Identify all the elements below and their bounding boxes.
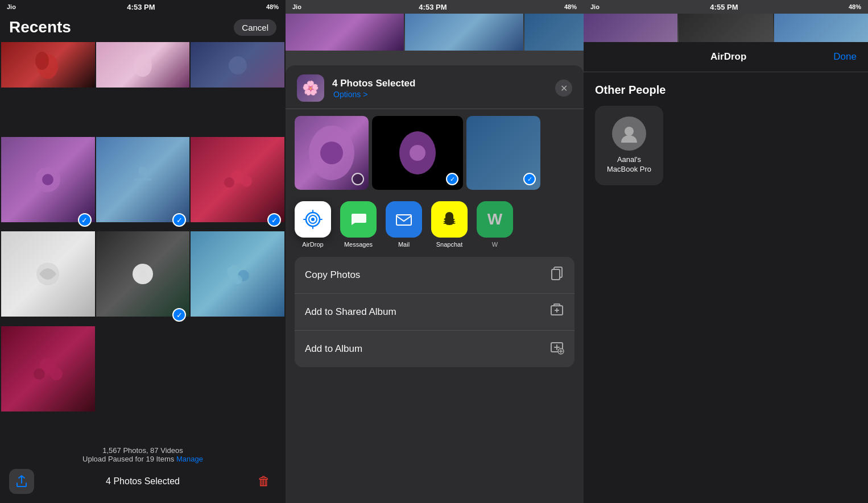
status-bar-2: Jio 4:53 PM 48% — [286, 0, 584, 14]
svg-point-23 — [410, 145, 425, 161]
photo-cell-2-1[interactable]: ✓ — [1, 137, 95, 231]
share-button[interactable] — [9, 469, 34, 494]
battery-3: 48% — [849, 3, 861, 10]
footer-bar: 4 Photos Selected 🗑 — [9, 469, 276, 494]
airdrop-title: AirDrop — [710, 51, 746, 63]
add-shared-album-icon — [549, 303, 564, 321]
manage-link[interactable]: Manage — [176, 455, 203, 463]
photo-cell-top-3[interactable] — [191, 42, 284, 136]
photo-cell-2-2[interactable]: ✓ — [96, 137, 190, 231]
carrier-3: Jio — [590, 3, 600, 10]
add-shared-album-action[interactable]: Add to Shared Album — [295, 294, 574, 331]
gallery-header: Recents Cancel — [0, 14, 286, 41]
photo-cell-3-2[interactable]: ✓ — [96, 231, 190, 325]
svg-point-2 — [134, 54, 152, 77]
messages-app[interactable]: Messages — [340, 201, 377, 248]
share-header-title: 4 Photos Selected — [332, 78, 555, 89]
svg-point-26 — [311, 218, 315, 221]
svg-point-9 — [224, 177, 234, 188]
selected-photo-1[interactable] — [295, 116, 369, 190]
snapchat-icon-wrap — [431, 201, 468, 238]
status-bar-1: Jio 4:53 PM 48% — [0, 0, 286, 14]
svg-point-5 — [42, 174, 53, 185]
mail-icon-wrap — [386, 201, 422, 238]
selected-photo-2[interactable]: ✓ — [372, 116, 463, 190]
svg-point-18 — [34, 368, 45, 380]
gallery-title: Recents — [9, 18, 71, 36]
svg-rect-27 — [396, 215, 411, 225]
selected-photos-row: ✓ ✓ — [286, 109, 584, 197]
status-bar-3: Jio 4:55 PM 48% — [584, 0, 868, 14]
app-icons-row: AirDrop Messages Mail — [286, 197, 584, 257]
share-header-icon: 🌸 — [297, 74, 324, 102]
share-photo-strip — [286, 14, 584, 51]
share-header: 🌸 4 Photos Selected Options > ✕ — [286, 65, 584, 109]
svg-point-19 — [50, 368, 63, 380]
photo-cell-3-3[interactable] — [191, 231, 284, 325]
photo-cell-top-1[interactable] — [1, 42, 95, 136]
svg-point-1 — [35, 52, 49, 70]
svg-point-10 — [241, 176, 252, 187]
add-to-album-label: Add to Album — [305, 343, 362, 355]
time-3: 4:55 PM — [710, 3, 738, 11]
device-name: Aanal'sMacBook Pro — [602, 155, 656, 174]
time-2: 4:53 PM — [419, 3, 447, 11]
photo-cell-4-1[interactable] — [1, 326, 95, 420]
svg-rect-29 — [552, 269, 560, 280]
footer-selected-text: 4 Photos Selected — [106, 476, 180, 487]
share-close-button[interactable]: ✕ — [555, 80, 572, 97]
w-app[interactable]: W W — [477, 201, 513, 248]
gallery-panel: Jio 4:53 PM 48% Recents Cancel — [0, 0, 286, 503]
battery-2: 48% — [564, 3, 577, 10]
airdrop-done-button[interactable]: Done — [833, 51, 857, 63]
share-header-info: 4 Photos Selected Options > — [332, 78, 555, 99]
messages-icon-wrap — [340, 201, 377, 238]
sel-check-2: ✓ — [446, 173, 458, 185]
svg-point-3 — [229, 56, 247, 74]
airdrop-device-card[interactable]: Aanal'sMacBook Pro — [595, 106, 663, 185]
airdrop-nav: AirDrop Done — [584, 42, 868, 72]
add-shared-album-label: Add to Shared Album — [305, 306, 396, 318]
sel-check-3: ✓ — [523, 173, 536, 185]
cancel-button[interactable]: Cancel — [234, 19, 276, 36]
carrier-1: Jio — [7, 3, 16, 10]
svg-point-13 — [138, 269, 147, 278]
mail-app[interactable]: Mail — [386, 201, 422, 248]
time-1: 4:53 PM — [127, 3, 155, 11]
add-to-album-action[interactable]: Add to Album — [295, 331, 574, 367]
w-label: W — [492, 241, 498, 248]
airdrop-app[interactable]: AirDrop — [295, 201, 331, 248]
device-avatar — [612, 117, 646, 151]
messages-label: Messages — [344, 241, 373, 248]
airdrop-photo-strip — [584, 14, 868, 42]
gallery-footer: 1,567 Photos, 87 Videos Upload Paused fo… — [0, 439, 286, 503]
w-app-icon: W — [477, 201, 513, 238]
check-badge-2: ✓ — [172, 213, 186, 227]
action-list: Copy Photos Add to Shared Album — [295, 257, 574, 367]
svg-point-16 — [233, 275, 242, 284]
check-badge-3: ✓ — [267, 213, 281, 227]
airdrop-icon-wrap — [295, 201, 331, 238]
photo-grid: ✓ ✓ ✓ ✓ — [0, 41, 286, 421]
airdrop-panel: Jio 4:55 PM 48% AirDrop Done Other Peopl… — [584, 0, 868, 503]
airdrop-content: AirDrop Done Other People Aanal'sMacBook… — [584, 42, 868, 503]
photo-cell-top-2[interactable] — [96, 42, 190, 136]
sel-circle-1 — [352, 173, 364, 185]
share-panel: Jio 4:53 PM 48% 🌸 4 Photos Selected Opti… — [286, 0, 584, 503]
share-sheet: 🌸 4 Photos Selected Options > ✕ — [286, 65, 584, 503]
svg-point-7 — [138, 167, 147, 176]
trash-button[interactable]: 🗑 — [251, 469, 276, 494]
photo-cell-2-3[interactable]: ✓ — [191, 137, 284, 231]
carrier-2: Jio — [292, 3, 301, 10]
snapchat-app[interactable]: Snapchat — [431, 201, 468, 248]
snapchat-label: Snapchat — [436, 241, 462, 248]
options-link[interactable]: Options > — [332, 90, 555, 99]
mail-label: Mail — [398, 241, 410, 248]
selected-photo-3[interactable]: ✓ — [466, 116, 540, 190]
copy-photos-label: Copy Photos — [305, 269, 360, 281]
photo-cell-3-1[interactable] — [1, 231, 95, 325]
copy-photos-action[interactable]: Copy Photos — [295, 257, 574, 294]
battery-1: 48% — [266, 3, 279, 10]
check-badge-4: ✓ — [172, 308, 186, 322]
svg-point-33 — [625, 127, 634, 136]
